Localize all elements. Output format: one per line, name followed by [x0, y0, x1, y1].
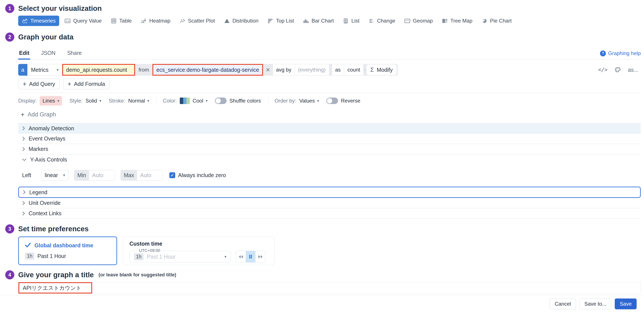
- graph-title-highlight[interactable]: APIリクエストカウント: [18, 282, 92, 294]
- as-label: as: [332, 64, 344, 76]
- section-markers[interactable]: Markers: [18, 144, 641, 154]
- style-value: Solid: [86, 98, 97, 104]
- viz-type-label: Timeseries: [30, 18, 56, 24]
- color-value: Cool: [192, 98, 203, 104]
- graphing-help-link[interactable]: ? Graphing help: [600, 50, 641, 60]
- table-icon: [111, 18, 117, 24]
- chevron-right-icon: [22, 211, 25, 216]
- visualization-picker: Timeseries 3.14 Query Value Table Heatma…: [18, 16, 644, 26]
- data-source-select[interactable]: Metrics ▾: [27, 64, 62, 76]
- color-select[interactable]: Cool ▾: [192, 98, 208, 104]
- stroke-select[interactable]: Normal ▾: [128, 98, 149, 104]
- custom-time-title: Custom time: [130, 240, 268, 247]
- add-graph-button[interactable]: + Add Graph: [21, 111, 644, 118]
- viz-type-query-value[interactable]: 3.14 Query Value: [61, 16, 106, 26]
- query-actions: + Add Query + Add Formula: [18, 79, 644, 89]
- tab-json[interactable]: JSON: [40, 48, 56, 60]
- palette-icon[interactable]: [614, 66, 621, 73]
- modify-button[interactable]: Σ Modify: [366, 64, 397, 76]
- caret-down-icon: ▾: [57, 68, 59, 72]
- cancel-button[interactable]: Cancel: [550, 298, 576, 309]
- query-row-actions: </> as...: [598, 66, 641, 73]
- section-event-overlays[interactable]: Event Overlays: [18, 134, 641, 144]
- add-formula-label: Add Formula: [74, 81, 105, 87]
- code-icon[interactable]: </>: [598, 67, 607, 73]
- viz-type-distribution[interactable]: Distribution: [220, 16, 262, 26]
- viz-type-table[interactable]: Table: [107, 16, 135, 26]
- scope-key: ecs_service: [156, 67, 185, 73]
- timeseries-icon: [22, 18, 28, 24]
- tab-edit[interactable]: Edit: [18, 48, 30, 60]
- alias-as-button[interactable]: as...: [628, 67, 638, 73]
- save-to-button[interactable]: Save to...: [580, 298, 611, 309]
- section-anomaly-detection[interactable]: Anomaly Detection: [18, 123, 641, 134]
- reverse-toggle[interactable]: [326, 98, 338, 104]
- style-select[interactable]: Solid ▾: [86, 98, 101, 104]
- y-axis-min-field[interactable]: Min Auto: [74, 170, 115, 180]
- metric-input[interactable]: demo_api.requests.count: [62, 64, 135, 76]
- checkbox-check-icon: ✓: [169, 172, 175, 178]
- graph-title-input[interactable]: APIリクエストカウント: [18, 282, 641, 294]
- viz-type-top-list[interactable]: Top List: [264, 16, 298, 26]
- viz-type-scatter-plot[interactable]: Scatter Plot: [176, 16, 218, 26]
- chevron-right-icon: [22, 201, 25, 205]
- shuffle-colors-toggle[interactable]: [215, 98, 226, 104]
- tab-share[interactable]: Share: [66, 48, 82, 60]
- add-query-button[interactable]: + Add Query: [18, 79, 60, 89]
- viz-type-bar-chart[interactable]: Bar Chart: [300, 16, 338, 26]
- section-legend[interactable]: Legend: [18, 187, 641, 198]
- add-formula-button[interactable]: + Add Formula: [63, 79, 110, 89]
- viz-type-heatmap[interactable]: Heatmap: [137, 16, 174, 26]
- display-type-select[interactable]: Lines ▾: [40, 96, 62, 106]
- rewind-icon[interactable]: [236, 251, 246, 262]
- list-icon: [343, 18, 349, 24]
- chevron-right-icon: [22, 136, 25, 141]
- always-include-zero-checkbox[interactable]: ✓ Always include zero: [169, 172, 226, 178]
- fast-forward-icon[interactable]: [256, 251, 265, 262]
- y-axis-max-field[interactable]: Max Auto: [120, 170, 163, 180]
- viz-type-geomap[interactable]: Geomap: [401, 16, 436, 26]
- step4-title: Give your graph a title: [18, 271, 94, 279]
- section-label: Event Overlays: [28, 136, 66, 142]
- pause-icon[interactable]: [246, 251, 256, 262]
- display-type-value: Lines: [42, 98, 55, 104]
- caret-down-icon: ▾: [317, 99, 319, 103]
- max-input[interactable]: Auto: [137, 170, 163, 180]
- section-unit-override[interactable]: Unit Override: [18, 198, 641, 208]
- editor-tabs: Edit JSON Share ? Graphing help: [18, 48, 641, 60]
- distribution-icon: [224, 18, 230, 24]
- geomap-icon: [404, 18, 410, 24]
- step1-number-badge: 1: [5, 4, 14, 13]
- scope-filter-input[interactable]: ecs_service:demo-fargate-datadog-service: [152, 64, 263, 76]
- rollup-select[interactable]: count: [344, 64, 364, 76]
- viz-type-list[interactable]: List: [339, 16, 363, 26]
- plus-icon: +: [68, 81, 71, 87]
- section-context-links[interactable]: Context Links: [18, 208, 641, 219]
- min-label: Min: [74, 170, 89, 180]
- pie-chart-icon: [482, 18, 488, 24]
- order-by-select[interactable]: Values ▾: [299, 98, 319, 104]
- custom-time-card[interactable]: Custom time UTC+09:00 1h Past 1 Hour ▾: [123, 236, 274, 265]
- step1-title: Select your visualization: [18, 4, 102, 12]
- query-letter-badge: a: [18, 64, 27, 76]
- global-dashboard-time-card[interactable]: Global dashboard time 1h Past 1 Hour: [18, 236, 117, 265]
- caret-down-icon: ▾: [63, 173, 65, 178]
- viz-type-timeseries[interactable]: Timeseries: [18, 16, 59, 26]
- chevron-right-icon: [23, 190, 26, 194]
- section-y-axis-controls[interactable]: Y-Axis Controls: [18, 154, 641, 165]
- min-input[interactable]: Auto: [89, 170, 115, 180]
- viz-type-tree-map[interactable]: Tree Map: [438, 16, 476, 26]
- section-label: Markers: [28, 146, 48, 152]
- viz-type-label: Distribution: [232, 18, 258, 24]
- group-by-input[interactable]: (everything): [295, 64, 329, 76]
- graph-title-value: APIリクエストカウント: [23, 284, 82, 292]
- custom-time-select[interactable]: UTC+09:00 1h Past 1 Hour ▾: [130, 251, 231, 262]
- time-preference-cards: Global dashboard time 1h Past 1 Hour Cus…: [18, 236, 644, 265]
- viz-type-pie-chart[interactable]: Pie Chart: [478, 16, 516, 26]
- viz-type-change[interactable]: Change: [365, 16, 399, 26]
- modify-label: Modify: [377, 67, 393, 73]
- close-icon[interactable]: ✕: [263, 64, 273, 76]
- y-axis-scale-select[interactable]: linear ▾: [41, 170, 68, 180]
- save-button[interactable]: Save: [615, 298, 637, 309]
- add-graph-label: Add Graph: [28, 111, 56, 118]
